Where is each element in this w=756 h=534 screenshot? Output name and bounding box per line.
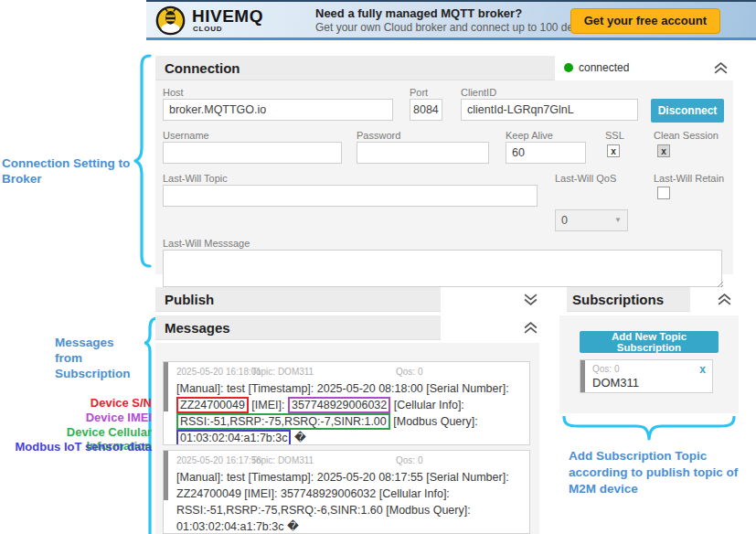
disconnect-button[interactable]: Disconnect (651, 99, 724, 123)
connection-body: Host Port ClientID Disconnect Username P… (155, 80, 733, 274)
annotation-device-sn: Device S/N (0, 396, 152, 410)
message-card: 2025-05-20 16:17:56 Topic: DOM311 Qos: 0… (163, 450, 530, 534)
chevron-double-down-icon[interactable] (523, 292, 538, 307)
brand-name: HIVEMQ (192, 7, 263, 25)
annotation-modbus-data: Modbus IoT sensor data (0, 440, 152, 454)
brand-sub: CLOUD (193, 25, 222, 33)
username-label: Username (163, 130, 209, 141)
annotation-connection-setting: Connection Setting to Broker (2, 155, 139, 187)
message-topic: Topic: DOM311 (251, 455, 314, 465)
connection-status: connected (564, 56, 629, 80)
subscription-qos: Qos: 0 (592, 364, 619, 374)
payload-text: � (291, 432, 305, 444)
username-input[interactable] (163, 142, 342, 164)
message-card: 2025-05-20 16:18:01 Topic: DOM311 Qos: 0… (163, 361, 530, 445)
chevron-double-up-icon[interactable] (717, 292, 732, 307)
lastwill-qos-value: 0 (561, 214, 568, 227)
clientid-input[interactable] (461, 99, 638, 121)
message-accent-bar (164, 362, 168, 411)
payload-text: ZZ24700049 (176, 487, 241, 500)
get-free-account-button[interactable]: Get your free account (570, 8, 720, 34)
payload-text: � (283, 520, 298, 533)
annotation-add-subscription-topic: Add Subscription Topic according to publ… (569, 448, 740, 497)
ssl-label: SSL (605, 130, 624, 141)
lastwill-message-label: Last-Will Messsage (163, 238, 250, 249)
message-payload: [Manual]: test [Timestamp]: 2025-05-20 0… (176, 380, 529, 445)
payload-text: 357748929006032 (281, 487, 376, 500)
payload-text: [IMEI]: (241, 487, 281, 500)
messages-list: 2025-05-20 16:18:01 Topic: DOM311 Qos: 0… (155, 343, 539, 534)
connection-title: Connection (155, 60, 240, 76)
mqtt-websocket-client-page: HIVEMQ CLOUD Need a fully managed MQTT b… (0, 0, 756, 534)
imei-highlight: 357748929006032 (288, 397, 390, 413)
message-payload: [Manual]: test [Timestamp]: 2025-05-20 0… (176, 469, 529, 534)
payload-line: [Manual]: test [Timestamp]: 2025-05-20 0… (176, 380, 529, 397)
lastwill-retain-label: Last-Will Retain (654, 173, 724, 184)
payload-text: [Cellular Info]: (376, 487, 450, 500)
message-time: 2025-05-20 16:17:56 (176, 455, 261, 465)
payload-line: 01:03:02:04:a1:7b:3c � (176, 518, 529, 534)
lastwill-message-textarea[interactable] (163, 250, 722, 287)
subscription-topic: DOM311 (592, 376, 639, 390)
connection-panel: Connection connected Host Port ClientID … (155, 56, 733, 274)
payload-line: [Manual]: test [Timestamp]: 2025-05-20 0… (176, 469, 529, 486)
lastwill-qos-label: Last-Will QoS (555, 173, 616, 184)
password-label: Password (357, 130, 400, 141)
payload-line: 01:03:02:04:a1:7b:3c � (176, 430, 529, 445)
message-meta: 2025-05-20 16:17:56 Topic: DOM311 Qos: 0 (176, 455, 524, 467)
chevron-double-up-icon[interactable] (523, 320, 538, 336)
dropdown-arrow-icon: ▼ (614, 210, 622, 230)
subscriptions-body: Add New Topic Subscription Qos: 0 x DOM3… (559, 315, 739, 413)
keepalive-input[interactable] (506, 142, 586, 164)
password-input[interactable] (357, 142, 489, 164)
message-meta: 2025-05-20 16:18:01 Topic: DOM311 Qos: 0 (176, 367, 524, 379)
ssl-checkbox[interactable]: x (607, 144, 620, 157)
keepalive-label: Keep Alive (506, 130, 553, 141)
lastwill-qos-select[interactable]: 0 ▼ (555, 209, 628, 231)
message-accent-bar (164, 451, 168, 500)
payload-text: [Modbus Query]: (383, 504, 471, 517)
publish-title: Publish (155, 292, 214, 307)
modbus-query-highlight: 01:03:02:04:a1:7b:3c (176, 430, 291, 445)
payload-line: ZZ24700049 [IMEI]: 357748929006032 [Cell… (176, 486, 529, 502)
messages-titlebar: Messages (155, 315, 441, 340)
remove-subscription-button[interactable]: x (699, 363, 706, 376)
clean-session-checkbox[interactable]: x (657, 144, 670, 157)
lastwill-retain-checkbox[interactable] (657, 187, 670, 199)
host-input[interactable] (163, 99, 393, 121)
subscription-item: Qos: 0 x DOM311 (580, 359, 713, 393)
lastwill-topic-label: Last-Will Topic (163, 173, 228, 184)
banner-headline: Need a fully managed MQTT broker? (315, 6, 522, 20)
status-dot-icon (564, 63, 573, 72)
subscriptions-titlebar: Subscriptions (567, 287, 690, 312)
clientid-label: ClientID (461, 87, 496, 98)
lastwill-topic-input[interactable] (163, 185, 538, 207)
connection-titlebar: Connection (155, 56, 555, 80)
message-qos: Qos: 0 (396, 367, 422, 377)
clean-session-label: Clean Session (654, 130, 719, 141)
payload-text: [Cellular Info]: (390, 399, 464, 411)
publish-titlebar: Publish (155, 287, 441, 312)
payload-text: 01:03:02:04:a1:7b:3c (176, 520, 283, 533)
serial-number-highlight: ZZ24700049 (176, 397, 249, 413)
port-label: Port (410, 87, 428, 98)
cellular-info-highlight: RSSI:-51,RSRP:-75,RSRQ:-7,SINR:1.00 (176, 413, 390, 430)
payload-line: RSSI:-51,RSRP:-75,RSRQ:-6,SINR:1.60 [Mod… (176, 502, 529, 518)
messages-title: Messages (155, 320, 230, 336)
host-label: Host (163, 87, 184, 98)
payload-text: [IMEI]: (249, 399, 288, 411)
hivemq-bee-icon (155, 5, 186, 36)
status-text: connected (579, 61, 629, 74)
payload-text: RSSI:-51,RSRP:-75,RSRQ:-6,SINR:1.60 (176, 504, 383, 517)
payload-text: [Modbus Query]: (390, 415, 478, 428)
subscriptions-title: Subscriptions (567, 292, 664, 307)
subscription-accent-bar (580, 360, 585, 392)
port-input[interactable] (410, 99, 442, 121)
message-time: 2025-05-20 16:18:01 (176, 367, 261, 377)
add-new-topic-subscription-button[interactable]: Add New Topic Subscription (580, 331, 719, 353)
chevron-double-up-icon[interactable] (713, 60, 729, 76)
payload-line: RSSI:-51,RSRP:-75,RSRQ:-7,SINR:1.00 [Mod… (176, 413, 529, 430)
message-qos: Qos: 0 (396, 455, 422, 465)
annotation-device-imei: Device IMEI (0, 411, 152, 424)
message-topic: Topic: DOM311 (251, 367, 314, 377)
